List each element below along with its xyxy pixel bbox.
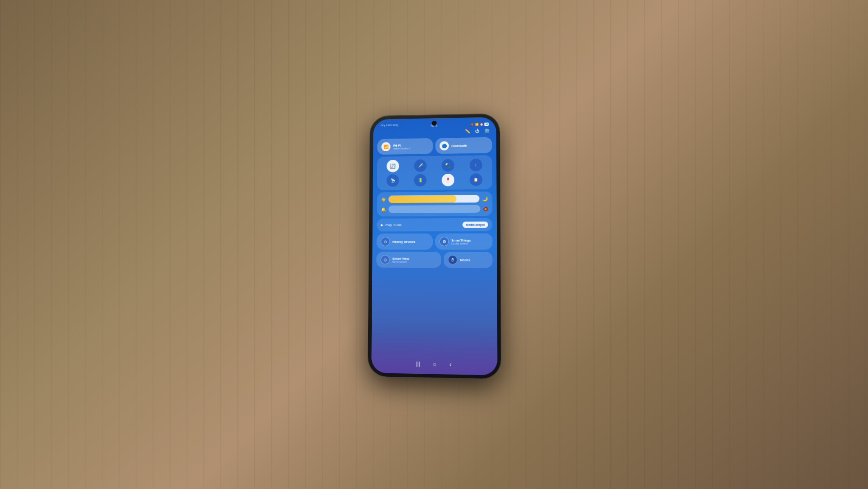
modes-tile[interactable]: ⏱ Modes [444,252,492,268]
brightness-icon: ☀️ [381,197,386,202]
media-output-button[interactable]: Media output [463,222,488,228]
icon-grid: 🔄 ✈️ 🔦 ↕ 📡 🔋 📍 📋 [377,155,492,190]
bluetooth-tile[interactable]: 🔵 Bluetooth [435,137,492,154]
wifi-bluetooth-row: 📶 Wi-Fi Home Studios 2 🔵 Bluetooth [377,137,492,155]
volume-icon: 🔔 [381,207,386,212]
wifi-tile[interactable]: 📶 Wi-Fi Home Studios 2 [377,138,433,155]
back-btn[interactable]: ‹ [449,361,451,369]
nearby-devices-title: Nearby devices [392,240,415,244]
flashlight-btn[interactable]: 🔦 [442,159,454,172]
brightness-section: ☀️ 🌙 🔔 🔕 [377,192,492,217]
airplane-btn[interactable]: ✈️ [414,159,427,172]
phone-frame: ncy calls only No S 🔇 📶 ⏰ 98 ✏️ ⏻ ⚙️ [368,114,501,379]
smart-view-tile[interactable]: ⊙ Smart View Mirror screen [376,252,441,268]
modes-icon: ⏱ [448,255,457,264]
brightness-slider[interactable] [389,195,480,203]
dark-mode-btn[interactable]: 🌙 [482,196,488,201]
status-icons: 🔇 📶 ⏰ 98 [470,122,489,126]
status-bar: ncy calls only No S 🔇 📶 ⏰ 98 [373,117,496,130]
phone-device: ncy calls only No S 🔇 📶 ⏰ 98 ✏️ ⏻ ⚙️ [368,114,501,379]
modes-title: Modes [460,258,470,262]
cast-btn[interactable]: 📡 [387,174,399,187]
rotation-btn[interactable]: 🔄 [387,160,400,172]
media-player: ▶ Play music Media output [377,218,492,232]
pencil-icon[interactable]: ✏️ [465,129,470,133]
bottom-tiles: ⊙ Nearby devices ⚙ SmartThings Device co… [376,233,492,268]
wifi-tile-icon: 📶 [381,142,391,151]
wifi-subtitle: Home Studios 2 [393,147,411,150]
smart-view-subtitle: Mirror screen [392,260,409,263]
bluetooth-tile-icon: 🔵 [440,141,449,150]
mute-btn[interactable]: 🔕 [483,206,488,211]
status-left-text: ncy calls only [381,123,398,127]
nav-bar: ||| ○ ‹ [371,355,497,373]
brightness-fill [389,195,457,203]
brightness-row: ☀️ 🌙 [381,195,488,203]
nearby-devices-tile[interactable]: ⊙ Nearby devices [376,233,433,250]
nearby-devices-icon: ⊙ [381,237,390,246]
screenshot-btn[interactable]: 📋 [470,173,482,186]
volume-slider[interactable] [388,205,480,213]
smartview-modes-row: ⊙ Smart View Mirror screen ⏱ Modes [376,252,492,268]
smartthings-tile[interactable]: ⚙ SmartThings Device control [435,233,492,250]
location-btn[interactable]: 📍 [442,174,454,186]
settings-icon[interactable]: ⚙️ [484,128,490,133]
battery-saver-btn[interactable]: 🔋 [414,174,427,187]
power-icon[interactable]: ⏻ [475,129,479,133]
nfc-btn[interactable]: ↕ [470,158,482,171]
smartthings-subtitle: Device control [451,242,471,244]
play-music-label: Play music [385,223,401,227]
smartthings-icon: ⚙ [440,237,449,246]
phone-screen: ncy calls only No S 🔇 📶 ⏰ 98 ✏️ ⏻ ⚙️ [371,117,498,375]
nearby-smartthings-row: ⊙ Nearby devices ⚙ SmartThings Device co… [376,233,492,250]
wifi-icon: 📶 [475,122,479,126]
recent-apps-btn[interactable]: ||| [416,361,420,367]
battery-level: 98 [484,122,489,126]
alarm-icon: ⏰ [480,122,484,126]
smart-view-icon: ⊙ [381,255,390,264]
play-icon[interactable]: ▶ [381,223,384,227]
home-btn[interactable]: ○ [433,361,437,368]
smartthings-title: SmartThings [451,238,471,242]
smart-view-title: Smart View [392,256,409,260]
volume-row: 🔔 🔕 [381,205,488,213]
bluetooth-title: Bluetooth [451,144,467,147]
mute-icon: 🔇 [470,123,474,126]
quick-settings-panel: 📶 Wi-Fi Home Studios 2 🔵 Bluetooth [372,136,497,270]
